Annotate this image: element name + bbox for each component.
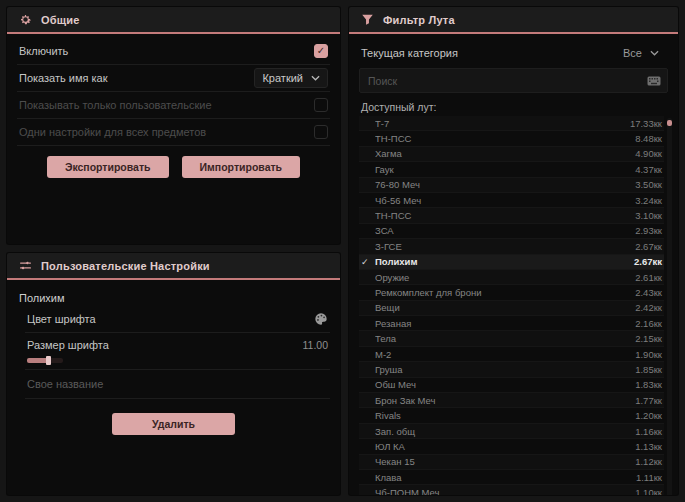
only-custom-checkbox[interactable]: ✓ [314,98,328,112]
loot-list-item[interactable]: ✓ ТН-ПСС 3.10кк [359,208,664,223]
loot-item-value: 1.16кк [635,426,662,437]
loot-item-value: 3.24кк [635,195,662,206]
loot-item-name: ЗСА [375,225,635,236]
loot-item-value: 1.10кк [635,487,662,495]
show-name-as-label: Показать имя как [19,72,108,84]
loot-item-value: 2.93кк [635,225,662,236]
show-name-as-select[interactable]: Краткий [254,68,328,88]
loot-item-name: Т-7 [375,118,630,129]
option-row-enable: Включить ✓ [17,38,330,65]
export-button[interactable]: Экспортировать [47,156,169,178]
loot-item-value: 4.37кк [635,164,662,175]
custom-settings-panel: Пользовательские Настройки Полихим Цвет … [7,253,340,495]
loot-list-item[interactable]: ✓ Оружие 2.61кк [359,270,664,285]
loot-list-item[interactable]: ✓ 76-80 Меч 3.50кк [359,178,664,193]
loot-list-item[interactable]: ✓ Тела 2.15кк [359,331,664,346]
loot-list-item[interactable]: ✓ Резаная 2.16кк [359,316,664,331]
loot-list-item[interactable]: ✓ Груша 1.85кк [359,362,664,377]
loot-list-item[interactable]: ✓ Чекан 15 1.12кк [359,455,664,470]
custom-settings-panel-header: Пользовательские Настройки [7,253,340,278]
enable-checkbox[interactable]: ✓ [314,44,328,58]
loot-item-value: 1.20кк [635,410,662,421]
same-settings-checkbox[interactable]: ✓ [314,125,328,139]
loot-list-item[interactable]: ✓ Обш Меч 1.83кк [359,378,664,393]
loot-item-value: 2.61кк [635,272,662,283]
loot-item-value: 2.15кк [635,333,662,344]
loot-item-value: 2.42кк [635,302,662,313]
loot-item-value: 1.13кк [635,441,662,452]
loot-filter-panel-title: Фильтр Лута [383,14,455,26]
scrollbar[interactable] [667,118,672,495]
palette-icon[interactable] [314,312,328,326]
loot-item-value: 2.43кк [635,287,662,298]
loot-list-item[interactable]: ✓ Вещи 2.42кк [359,301,664,316]
loot-list-item[interactable]: ✓ Зап. общ 1.16кк [359,424,664,439]
loot-filter-panel: Фильтр Лута Текущая категория Все [349,7,678,495]
loot-item-name: Груша [375,364,635,375]
category-select[interactable]: Все [616,44,666,62]
loot-item-name: Тела [375,333,635,344]
loot-item-name: Резаная [375,318,635,329]
loot-item-name: Зап. общ [375,426,635,437]
loot-item-name: Хагма [375,148,635,159]
loot-list-item[interactable]: ✓ Т-7 17.33кк [359,116,664,131]
funnel-icon [361,13,374,26]
loot-list-item[interactable]: ✓ Чб-ПОНМ Меч 1.10кк [359,485,664,495]
loot-list-item[interactable]: ✓ ЮЛ КА 1.13кк [359,439,664,454]
loot-item-name: Rivals [375,410,635,421]
loot-item-value: 2.16кк [635,318,662,329]
selected-item-name: Полихим [17,284,330,306]
loot-item-name: Гаук [375,164,635,175]
loot-item-name: М-2 [375,349,635,360]
keyboard-icon[interactable] [647,76,661,86]
loot-list-item[interactable]: ✓ М-2 1.90кк [359,347,664,362]
chevron-down-icon [311,75,320,81]
user-settings-icon [19,259,32,272]
scrollbar-thumb[interactable] [667,120,672,126]
loot-list-item[interactable]: ✓ Чб-56 Меч 3.24кк [359,193,664,208]
loot-item-name: З-ГСЕ [375,241,635,252]
mod-settings-page: Общие Включить ✓ Показать имя как Кратки… [0,0,685,502]
loot-item-value: 1.90кк [635,349,662,360]
import-button[interactable]: Импортировать [182,156,301,178]
search-input[interactable] [366,74,641,88]
loot-list-item[interactable]: ✓ Клава 1.11кк [359,470,664,485]
option-row-only-custom: Показывать только пользовательские ✓ [17,92,330,119]
loot-item-value: 1.11кк [636,472,662,483]
chevron-down-icon [650,50,659,56]
right-column: Фильтр Лута Текущая категория Все [349,7,678,495]
font-size-row: Размер шрифта 11.00 [25,333,330,370]
delete-button[interactable]: Удалить [112,413,235,435]
option-row-show-name-as: Показать имя как Краткий [17,65,330,92]
loot-item-name: Чб-56 Меч [375,195,635,206]
custom-name-input[interactable] [25,370,330,399]
loot-list-item[interactable]: ✓ Ремкомплект для брони 2.43кк [359,285,664,300]
loot-item-name: Вещи [375,302,635,313]
loot-item-name: Обш Меч [375,379,635,390]
font-size-value: 11.00 [303,339,329,351]
category-value: Все [623,47,642,59]
loot-item-value: 1.12кк [635,456,662,467]
loot-item-name: Брон Зак Меч [375,395,635,406]
loot-list-item[interactable]: ✓ Полихим 2.67кк [359,255,664,270]
category-label: Текущая категория [361,47,458,59]
loot-item-value: 1.85кк [635,364,662,375]
loot-item-value: 1.77кк [635,395,662,406]
search-bar [359,68,668,93]
font-size-slider[interactable] [27,358,63,363]
slider-thumb[interactable] [46,356,51,365]
loot-list-item[interactable]: ✓ ТН-ПСС 8.48кк [359,131,664,146]
loot-list-item[interactable]: ✓ Хагма 4.90кк [359,147,664,162]
same-settings-label: Одни настройки для всех предметов [19,126,206,138]
loot-list-item[interactable]: ✓ Rivals 1.20кк [359,408,664,423]
loot-list: ✓ Т-7 17.33кк ✓ ТН-ПСС 8.48кк ✓ Хагма 4.… [359,116,672,495]
font-color-label: Цвет шрифта [27,313,96,325]
option-row-same-settings: Одни настройки для всех предметов ✓ [17,119,330,146]
only-custom-label: Показывать только пользовательские [19,99,212,111]
loot-list-item[interactable]: ✓ ЗСА 2.93кк [359,224,664,239]
loot-list-item[interactable]: ✓ З-ГСЕ 2.67кк [359,239,664,254]
loot-list-item[interactable]: ✓ Гаук 4.37кк [359,162,664,177]
loot-list-item[interactable]: ✓ Брон Зак Меч 1.77кк [359,393,664,408]
category-row: Текущая категория Все [359,38,668,67]
custom-settings-panel-title: Пользовательские Настройки [41,260,210,272]
